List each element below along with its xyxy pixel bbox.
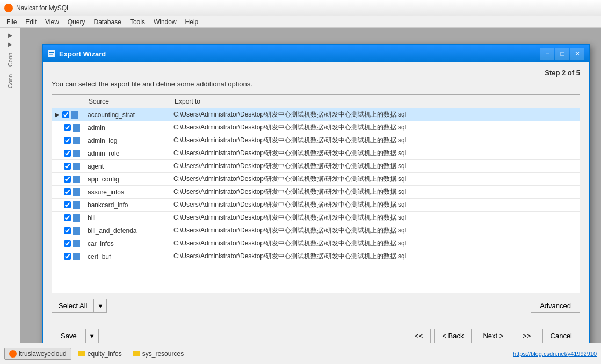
taskbar-folder-item-1[interactable]: equity_infos: [74, 348, 126, 359]
row-check-cell: [52, 225, 84, 236]
menu-window[interactable]: Window: [149, 17, 181, 27]
row-checkbox[interactable]: [64, 150, 71, 157]
row-checkbox[interactable]: [64, 188, 71, 195]
close-button[interactable]: ✕: [570, 48, 584, 60]
row-expand-icon[interactable]: ▶: [55, 112, 60, 118]
forward-button[interactable]: >>: [515, 329, 539, 343]
row-checkbox[interactable]: [64, 124, 71, 131]
select-all-button[interactable]: Select All: [52, 299, 94, 312]
app-icon: [4, 4, 13, 12]
table-icon: [73, 240, 80, 247]
row-checkbox[interactable]: [64, 214, 71, 221]
sidebar-expand-arrow[interactable]: ▶: [8, 32, 12, 38]
table-row[interactable]: admin_role C:\Users\Administrator\Deskto…: [52, 147, 580, 160]
table-icon: [73, 253, 80, 260]
row-checkbox[interactable]: [62, 111, 69, 118]
app-window: Navicat for MySQL File Edit View Query D…: [0, 0, 601, 343]
export-cell: C:\Users\Administrator\Desktop\研发中心测试机数据…: [170, 186, 580, 198]
row-checkbox[interactable]: [64, 240, 71, 247]
app-title: Navicat for MySQL: [16, 4, 70, 12]
next-button[interactable]: Next >: [475, 329, 511, 343]
row-check-cell: [52, 161, 84, 172]
folder-icon: [78, 351, 85, 356]
source-cell: accounting_strat: [84, 110, 170, 120]
app-body: ▶ ▶ Conn Conn Export Wizar: [0, 28, 601, 343]
source-cell: bill_and_defenda: [84, 225, 170, 236]
row-checkbox[interactable]: [64, 163, 71, 170]
taskbar-url[interactable]: https://blog.csdn.net/y41992910: [513, 351, 597, 357]
sidebar-conn-label: Conn: [7, 53, 13, 67]
menu-view[interactable]: View: [41, 17, 63, 27]
menu-tools[interactable]: Tools: [126, 17, 149, 27]
back-button[interactable]: < Back: [434, 329, 472, 343]
step-indicator: Step 2 of 5: [52, 69, 580, 77]
source-cell: assure_infos: [84, 187, 170, 198]
row-check-cell: [52, 187, 84, 198]
table-icon: [73, 227, 80, 235]
table-icon: [71, 111, 78, 119]
taskbar-folder-item-2[interactable]: sys_resources: [128, 348, 188, 359]
sidebar-expand-arrow-2[interactable]: ▶: [8, 41, 12, 47]
export-wizard-dialog: Export Wizard − □ ✕ Step 2 of 5 You can …: [42, 44, 590, 351]
table-icon: [73, 214, 80, 222]
bottom-toolbar: Select All ▼ Advanced: [52, 293, 580, 317]
svg-rect-2: [49, 54, 53, 55]
table-container[interactable]: Source Export to ▶ accounting_st: [52, 94, 580, 293]
advanced-button[interactable]: Advanced: [531, 299, 580, 313]
row-checkbox[interactable]: [64, 176, 71, 183]
minimize-button[interactable]: −: [540, 48, 554, 60]
back-back-button[interactable]: <<: [407, 329, 431, 343]
menu-file[interactable]: File: [2, 17, 21, 27]
col-header-checkbox: [52, 95, 84, 108]
export-cell: C:\Users\Administrator\Desktop\研发中心测试机数据…: [170, 134, 580, 147]
row-checkbox[interactable]: [64, 201, 71, 208]
row-check-cell: [52, 174, 84, 185]
col-header-export: Export to: [170, 95, 580, 108]
table-row[interactable]: bankcard_info C:\Users\Administrator\Des…: [52, 199, 580, 212]
taskbar-app-item[interactable]: itruslaweyecloud: [4, 348, 71, 360]
dialog-title: Export Wizard: [59, 50, 537, 58]
table-row[interactable]: car_infos C:\Users\Administrator\Desktop…: [52, 237, 580, 250]
taskbar-folder-label-1: equity_infos: [88, 350, 122, 358]
table-row[interactable]: assure_infos C:\Users\Administrator\Desk…: [52, 186, 580, 199]
menu-edit[interactable]: Edit: [21, 17, 41, 27]
table-row[interactable]: ▶ accounting_strat C:\Users\Administrato…: [52, 108, 580, 121]
nav-sidebar: ▶ ▶ Conn Conn: [0, 28, 20, 343]
save-dropdown-button[interactable]: ▼: [86, 330, 98, 342]
cancel-button[interactable]: Cancel: [542, 329, 580, 343]
menu-query[interactable]: Query: [63, 17, 90, 27]
source-cell: car_infos: [84, 238, 170, 249]
table-row[interactable]: agent C:\Users\Administrator\Desktop\研发中…: [52, 160, 580, 173]
table-row[interactable]: admin_log C:\Users\Administrator\Desktop…: [52, 134, 580, 147]
dialog-overlay: Export Wizard − □ ✕ Step 2 of 5 You can …: [20, 28, 601, 343]
table-icon: [73, 124, 80, 132]
table-row[interactable]: cert_buf C:\Users\Administrator\Desktop\…: [52, 250, 580, 263]
source-cell: app_config: [84, 174, 170, 185]
table-row[interactable]: bill_and_defenda C:\Users\Administrator\…: [52, 224, 580, 237]
maximize-button[interactable]: □: [555, 48, 569, 60]
export-cell: C:\Users\Administrator\Desktop\研发中心测试机数据…: [170, 224, 580, 237]
folder-icon-2: [133, 351, 140, 356]
wizard-icon: [47, 49, 56, 58]
main-area: Export Wizard − □ ✕ Step 2 of 5 You can …: [20, 28, 601, 343]
menu-database[interactable]: Database: [90, 17, 126, 27]
app-menubar: File Edit View Query Database Tools Wind…: [0, 16, 601, 28]
table-row[interactable]: admin C:\Users\Administrator\Desktop\研发中…: [52, 121, 580, 134]
export-cell: C:\Users\Administrator\Desktop\研发中心测试机数据…: [170, 147, 580, 159]
select-all-dropdown-button[interactable]: ▼: [94, 300, 106, 312]
row-checkbox[interactable]: [64, 253, 71, 260]
row-checkbox[interactable]: [64, 227, 71, 234]
table-row[interactable]: bill C:\Users\Administrator\Desktop\研发中心…: [52, 212, 580, 224]
export-cell: C:\Users\Administrator\Desktop\研发中心测试机数据…: [170, 212, 580, 224]
taskbar-items: itruslaweyecloud equity_infos sys_resour…: [4, 348, 188, 360]
svg-rect-1: [49, 52, 54, 53]
source-cell: admin_role: [84, 148, 170, 159]
row-checkbox[interactable]: [64, 137, 71, 144]
window-controls: − □ ✕: [540, 48, 584, 60]
table-row[interactable]: app_config C:\Users\Administrator\Deskto…: [52, 173, 580, 186]
table-icon: [73, 201, 80, 209]
select-all-group: Select All ▼: [52, 299, 107, 313]
row-check-cell: ▶: [52, 110, 84, 120]
save-button[interactable]: Save: [52, 329, 86, 343]
menu-help[interactable]: Help: [181, 17, 203, 27]
